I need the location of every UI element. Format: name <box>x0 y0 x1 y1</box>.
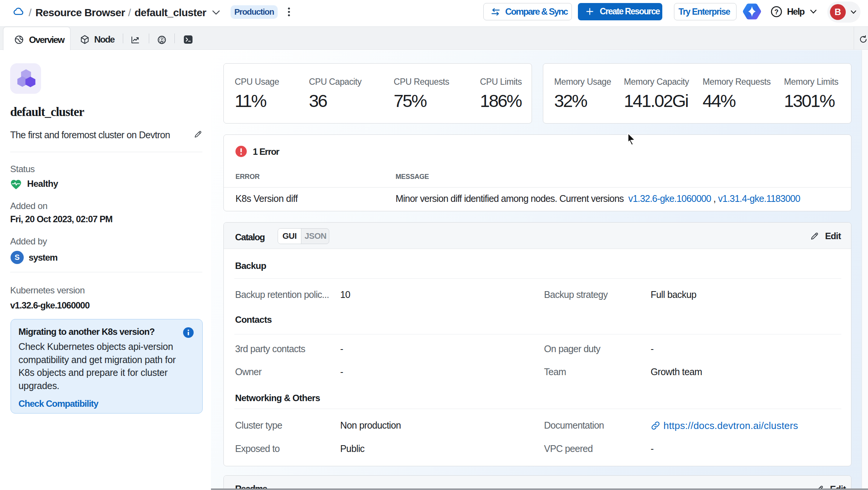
svg-text:?: ? <box>775 8 779 16</box>
